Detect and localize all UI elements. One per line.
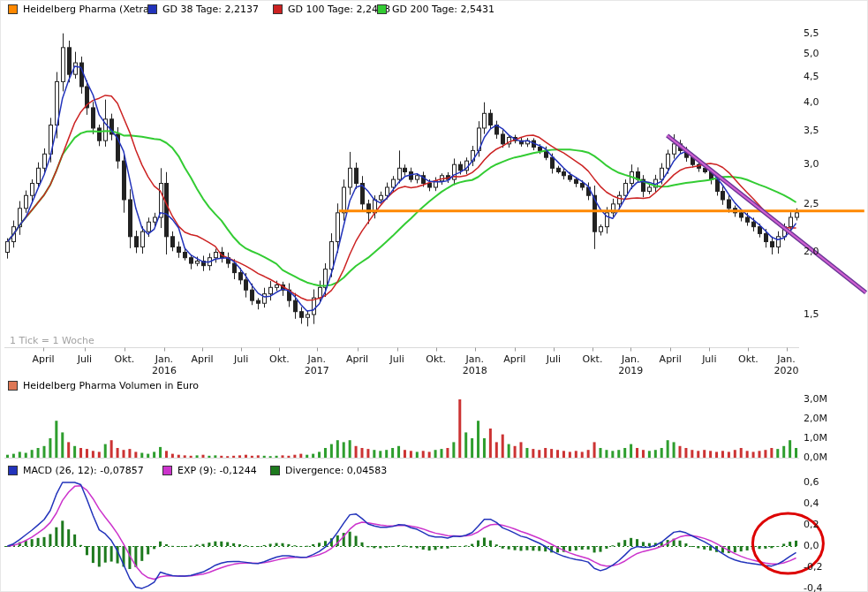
legend-item-macd: MACD (26, 12): -0,07857 — [8, 465, 144, 476]
tick-note: 1 Tick = 1 Woche — [10, 335, 94, 346]
month-axis-tick: Okt. — [571, 353, 614, 365]
chart-canvas — [1, 1, 868, 592]
instrument-swatch-icon — [8, 4, 18, 14]
price-axis-tick: 4,0 — [804, 96, 819, 108]
month-axis-tick: Juli — [688, 353, 730, 365]
macd-axis-tick: 0,2 — [804, 519, 819, 530]
month-axis-tick: Juli — [376, 353, 419, 365]
month-axis-tick: Okt. — [727, 353, 769, 365]
legend-item-gd38: GD 38 Tage: 2,2137 — [147, 4, 259, 15]
gd38-label: GD 38 Tage: 2,2137 — [162, 4, 259, 15]
gd100-label: GD 100 Tage: 2,2418 — [288, 4, 390, 15]
legend-item-exp: EXP (9): -0,1244 — [162, 465, 257, 476]
month-axis-tick: April — [336, 353, 379, 365]
year-axis-tick: 2020 — [766, 365, 808, 376]
macd-label: MACD (26, 12): -0,07857 — [23, 465, 144, 476]
volume-axis-tick: 3,0M — [804, 393, 827, 405]
legend-item-gd200: GD 200 Tage: 2,5431 — [377, 4, 494, 15]
stock-chart-heidelberg-pharma: Heidelberg Pharma (Xetra) GD 38 Tage: 2,… — [0, 0, 868, 592]
month-axis-tick: Okt. — [258, 353, 300, 365]
month-axis-tick: April — [649, 353, 691, 365]
year-axis-tick: 2016 — [143, 365, 185, 376]
year-axis-tick: 2019 — [609, 365, 652, 376]
month-axis-tick: Jan. — [766, 353, 808, 365]
price-axis-tick: 3,0 — [804, 158, 819, 170]
price-axis-tick: 5,5 — [804, 27, 819, 39]
month-axis-tick: Jan. — [296, 353, 338, 365]
month-axis-tick: April — [181, 353, 223, 365]
instrument-title: Heidelberg Pharma (Xetra) — [23, 4, 153, 15]
price-axis-tick: 5,0 — [804, 48, 819, 59]
month-axis-tick: Juli — [220, 353, 262, 365]
gd200-swatch-icon — [377, 4, 387, 14]
gd38-swatch-icon — [147, 4, 157, 14]
macd-swatch-icon — [8, 466, 18, 475]
price-axis-tick: 3,5 — [804, 125, 819, 136]
macd-axis-tick: 0,4 — [804, 497, 819, 509]
macd-axis-tick: 0,0 — [804, 540, 819, 551]
legend-item-gd100: GD 100 Tage: 2,2418 — [273, 4, 390, 15]
volume-title: Heidelberg Pharma Volumen in Euro — [23, 380, 199, 391]
month-axis-tick: Jan. — [454, 353, 496, 365]
month-axis-tick: Okt. — [415, 353, 457, 365]
legend-item-volume: Heidelberg Pharma Volumen in Euro — [8, 380, 199, 391]
volume-axis-tick: 2,0M — [804, 413, 827, 424]
divergence-label: Divergence: 0,04583 — [285, 465, 387, 476]
month-axis-tick: Jan. — [609, 353, 652, 365]
legend-item-divergence: Divergence: 0,04583 — [270, 465, 387, 476]
year-axis-tick: 2018 — [454, 365, 496, 376]
month-axis-tick: Jan. — [143, 353, 185, 365]
gd200-label: GD 200 Tage: 2,5431 — [392, 4, 494, 15]
price-axis-tick: 2,0 — [804, 246, 819, 257]
price-axis-tick: 4,5 — [804, 71, 819, 82]
price-axis-tick: 1,5 — [804, 308, 819, 320]
legend-item-instrument: Heidelberg Pharma (Xetra) — [8, 4, 153, 15]
month-axis-tick: April — [22, 353, 64, 365]
volume-axis-tick: 1,0M — [804, 432, 827, 444]
month-axis-tick: Juli — [64, 353, 106, 365]
month-axis-tick: Juli — [532, 353, 575, 365]
volume-axis-tick: 0,0M — [804, 452, 827, 463]
month-axis-tick: Okt. — [103, 353, 146, 365]
exp-swatch-icon — [162, 466, 172, 475]
macd-axis-tick: -0,4 — [804, 582, 822, 592]
price-axis-tick: 2,5 — [804, 198, 819, 209]
macd-axis-tick: 0,6 — [804, 476, 819, 488]
exp-label: EXP (9): -0,1244 — [177, 465, 257, 476]
year-axis-tick: 2017 — [296, 365, 338, 376]
volume-swatch-icon — [8, 381, 18, 391]
gd100-swatch-icon — [273, 4, 283, 14]
month-axis-tick: April — [494, 353, 536, 365]
divergence-swatch-icon — [270, 466, 280, 475]
macd-axis-tick: -0,2 — [804, 561, 822, 573]
